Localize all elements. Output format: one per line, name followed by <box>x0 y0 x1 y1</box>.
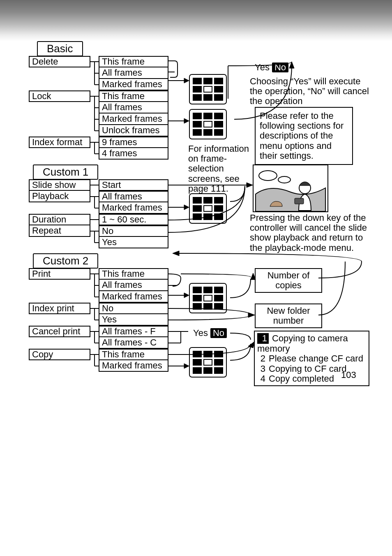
c1-left2: Duration Repeat <box>29 214 90 237</box>
c2-cancel-opts: All frames - F All frames - C <box>99 326 168 349</box>
svg-marker-36 <box>247 183 253 188</box>
menu-slideshow: Slide show <box>29 179 90 191</box>
c2-left3: Cancel print <box>29 326 90 337</box>
page-number: 103 <box>341 370 356 380</box>
opt-delete-marked: Marked frames <box>99 79 168 90</box>
conn-index <box>90 137 99 160</box>
conn-dur <box>90 214 99 225</box>
opt-copy-this: This frame <box>99 349 168 360</box>
c2-copy-opts: This frame Marked frames <box>99 349 168 372</box>
c1-left: Slide show Playback <box>29 179 90 202</box>
menu-cancelprint: Cancel print <box>29 326 90 337</box>
svg-marker-60 <box>248 313 255 317</box>
svg-marker-58 <box>251 273 256 280</box>
conn-slide <box>90 179 99 191</box>
svg-point-32 <box>259 171 277 181</box>
section-custom1: Custom 1 Slide show Playback Duration Re… <box>25 164 370 247</box>
c2-ip-opts: No Yes <box>99 303 168 326</box>
conn-print <box>90 268 99 303</box>
opt-copy-marked: Marked frames <box>99 360 168 372</box>
lock-opts: This frame All frames Marked frames Unlo… <box>99 90 168 137</box>
conn-play <box>90 191 99 214</box>
menu-duration: Duration <box>29 214 90 225</box>
opt-index-9: 9 frames <box>99 137 168 148</box>
svg-rect-35 <box>295 198 304 204</box>
opt-lock-this: This frame <box>99 90 168 102</box>
conn-copy <box>90 349 99 372</box>
opt-index-4: 4 frames <box>99 148 168 160</box>
opt-pr-all: All frames <box>99 280 168 291</box>
opt-delete-all: All frames <box>99 67 168 79</box>
flow-c2 <box>168 253 366 377</box>
svg-marker-19 <box>289 62 294 68</box>
opt-pr-marked: Marked frames <box>99 291 168 303</box>
tab-custom1: Custom 1 <box>33 164 98 180</box>
basic-left-col2: Lock <box>29 90 90 102</box>
note-slidecancel: Pressing the down key of the controller … <box>250 213 369 253</box>
flow-basic <box>168 41 316 140</box>
conn-lock <box>90 90 99 137</box>
c2-print-opts: This frame All frames Marked frames <box>99 268 168 303</box>
tab-custom2: Custom 2 <box>33 253 98 269</box>
opt-ip-yes: Yes <box>99 314 168 326</box>
menu-delete: Delete <box>29 56 90 67</box>
tab-basic: Basic <box>37 41 83 56</box>
conn-rep <box>90 225 99 248</box>
basic-left-col: Delete <box>29 56 90 67</box>
opt-rep-no: No <box>99 225 168 237</box>
menu-index-format: Index format <box>29 137 90 148</box>
menu-copy: Copy <box>29 349 90 360</box>
opt-lock-unlock: Unlock frames <box>99 125 168 137</box>
svg-point-33 <box>278 176 291 183</box>
manual-page: Basic Delete Lock Index format This fram… <box>0 0 392 556</box>
header-gradient <box>0 0 392 41</box>
menu-repeat: Repeat <box>29 225 90 237</box>
delete-opts: This frame All frames Marked frames <box>99 56 168 90</box>
c1-slide-opts: Start <box>99 179 168 191</box>
menu-playback: Playback <box>29 191 90 202</box>
camera-illustration <box>253 164 328 212</box>
opt-play-marked: Marked frames <box>99 202 168 214</box>
c1-rep-opts: No Yes <box>99 225 168 248</box>
svg-marker-59 <box>173 251 179 256</box>
c2-left1: Print <box>29 268 90 280</box>
c1-dur-opts: 1 ~ 60 sec. <box>99 214 168 225</box>
opt-lock-marked: Marked frames <box>99 114 168 125</box>
opt-duration: 1 ~ 60 sec. <box>99 214 168 225</box>
c1-play-opts: All frames Marked frames <box>99 191 168 214</box>
indexfmt-opts: 9 frames 4 frames <box>99 137 168 160</box>
opt-lock-all: All frames <box>99 102 168 114</box>
conn-ip <box>90 303 99 326</box>
basic-left-col3: Index format <box>29 137 90 148</box>
opt-delete-this: This frame <box>99 56 168 67</box>
opt-cancel-c: All frames - C <box>99 337 168 349</box>
c2-left4: Copy <box>29 349 90 360</box>
c2-left2: Index print <box>29 303 90 314</box>
conn-cancel <box>90 326 99 349</box>
opt-ip-no: No <box>99 303 168 314</box>
opt-play-all: All frames <box>99 191 168 202</box>
menu-indexprint: Index print <box>29 303 90 314</box>
flow-c1 <box>168 177 255 251</box>
section-custom2: Custom 2 Print Index print Cancel print … <box>25 253 370 368</box>
opt-cancel-f: All frames - F <box>99 326 168 337</box>
opt-start: Start <box>99 179 168 191</box>
conn-delete <box>90 56 99 90</box>
menu-print: Print <box>29 268 90 280</box>
opt-rep-yes: Yes <box>99 237 168 248</box>
menu-lock: Lock <box>29 90 90 102</box>
section-basic: Basic Delete Lock Index format This fram… <box>25 41 370 152</box>
opt-pr-this: This frame <box>99 268 168 280</box>
